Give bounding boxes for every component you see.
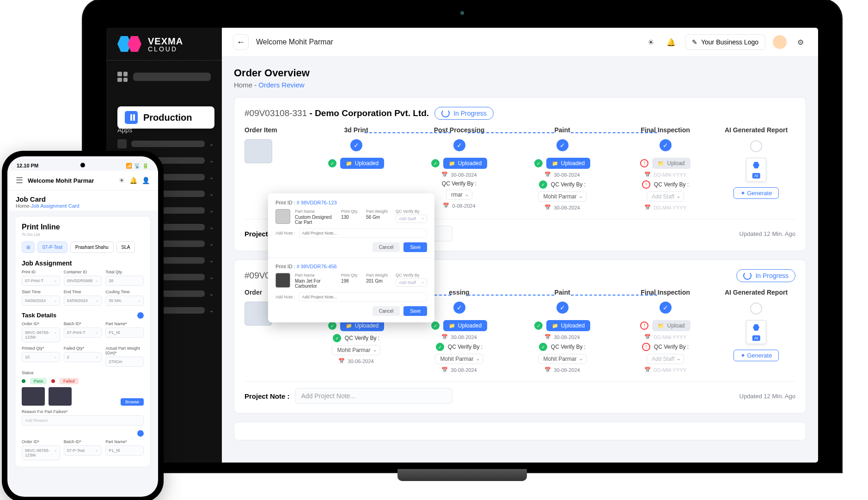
qc-verify-select[interactable]: Add Staff xyxy=(647,191,684,202)
browse-button[interactable]: Browse xyxy=(121,398,144,406)
upload-pill[interactable]: Upload xyxy=(652,158,690,169)
filter-chip[interactable]: 07-P-Test xyxy=(37,241,67,253)
project-note-label: Project Note : xyxy=(245,392,290,400)
printed-qty-input[interactable]: 10 xyxy=(22,352,60,362)
step-done-icon xyxy=(556,302,568,314)
brand-logo: VEXMA CLOUD xyxy=(106,36,222,61)
bell-icon[interactable]: 🔔 xyxy=(665,36,678,49)
batch-id-select[interactable]: 07-Print-T xyxy=(64,327,102,338)
brand-line2: CLOUD xyxy=(148,46,183,52)
print-id-link[interactable]: # 98VDDR76-123 xyxy=(297,200,337,205)
qc-verify-label: QC Verify By : xyxy=(551,181,586,188)
ai-step-circle xyxy=(750,302,762,315)
crumb-link[interactable]: Orders Review xyxy=(258,81,304,89)
batch-id-select[interactable]: 07-P-Test xyxy=(64,445,102,456)
welcome-text: Welcome Mohit Parmar xyxy=(256,38,333,46)
qc-verify-select[interactable]: Add Staff xyxy=(647,354,684,364)
signal-icon: 📶 xyxy=(126,163,132,169)
filter-chip[interactable]: SLA xyxy=(116,241,135,253)
part-name-input[interactable]: P1_Nl xyxy=(105,327,144,338)
step-done-icon xyxy=(660,139,672,151)
filter-chip-icon[interactable]: ⊞ xyxy=(22,241,35,253)
nav-production[interactable]: Production xyxy=(117,106,214,129)
status-badge: In Progress xyxy=(736,269,795,282)
todo-label: To Do List xyxy=(22,232,144,237)
save-button[interactable]: Save xyxy=(403,306,427,316)
failed-qty-input[interactable]: 2 xyxy=(64,352,102,362)
phone-time: 12.10 PM xyxy=(17,163,38,169)
part-thumbnail[interactable] xyxy=(245,139,272,163)
menu-icon[interactable]: ☰ xyxy=(16,175,23,185)
camera-dot xyxy=(460,11,464,15)
battery-icon: 🔋 xyxy=(142,163,149,169)
alert-icon: ! xyxy=(642,180,650,189)
uploaded-pill[interactable]: Uploaded xyxy=(340,158,384,169)
uploaded-image[interactable] xyxy=(22,387,45,406)
check-icon: ✓ xyxy=(436,343,444,351)
part-name-input[interactable]: P1_Nl xyxy=(105,445,144,456)
user-avatar[interactable] xyxy=(773,35,787,49)
date-text: 0-08-2024 xyxy=(443,203,475,209)
print-id-select[interactable]: 07-Print-T xyxy=(22,276,60,286)
back-button[interactable]: ← xyxy=(233,34,249,50)
cancel-button[interactable]: Cancel xyxy=(373,242,400,252)
theme-toggle-icon[interactable]: ☀ xyxy=(644,36,657,49)
note-input[interactable] xyxy=(299,292,427,302)
phone-topbar: ☰ Welcome Mohit Parmar ☀ 🔔 👤 xyxy=(7,171,158,191)
uploaded-pill[interactable]: Uploaded xyxy=(546,320,590,331)
uploaded-pill[interactable]: Uploaded xyxy=(443,320,487,331)
date-placeholder: DD-MM-YYYY xyxy=(644,172,686,178)
part-weight-input[interactable]: 270Gm xyxy=(105,357,144,367)
gear-icon[interactable]: ⚙ xyxy=(794,36,807,49)
qc-staff-select[interactable]: Add Staff xyxy=(396,278,427,287)
pass-pill[interactable]: Pass xyxy=(30,378,47,384)
col-order-item: Order Item xyxy=(245,126,305,134)
col-ai-report: AI Generated Report xyxy=(717,289,795,296)
save-button[interactable]: Save xyxy=(403,242,427,252)
order-id-select[interactable]: 98VC-98765-123W xyxy=(22,445,60,460)
theme-toggle-icon[interactable]: ☀ xyxy=(119,177,125,184)
updated-text: Updated 12 Min. Ago xyxy=(740,230,795,237)
date-text: 30-08-2024 xyxy=(441,172,477,178)
cooling-time-input[interactable]: 35 Min. xyxy=(105,296,144,306)
fail-pill[interactable]: Failed xyxy=(60,378,79,384)
section-job-assignment: Job Assignment xyxy=(22,259,144,267)
upload-pill[interactable]: Upload xyxy=(652,320,690,331)
col-final-inspection: Final Inspection xyxy=(614,289,717,296)
order-id-select[interactable]: 98VC-98765-123W xyxy=(22,327,60,342)
uploaded-image[interactable] xyxy=(49,387,72,406)
qc-verify-select[interactable]: rmar xyxy=(446,190,472,200)
filter-chip[interactable]: Prashant Shahu xyxy=(70,241,114,253)
end-time-input[interactable]: 04/09/2024 xyxy=(64,296,102,306)
note-input[interactable] xyxy=(299,228,427,238)
wifi-icon: 📡 xyxy=(134,163,141,169)
user-icon[interactable]: 👤 xyxy=(142,177,150,184)
ai-doc-icon xyxy=(746,320,766,344)
reason-input[interactable]: Add Reason xyxy=(22,415,144,426)
print-id-link[interactable]: # 98VDDR76-456 xyxy=(297,264,337,269)
nav-dashboard[interactable] xyxy=(106,67,222,86)
uploaded-pill[interactable]: Uploaded xyxy=(546,158,590,169)
check-icon: ✓ xyxy=(539,343,547,351)
qc-verify-select[interactable]: Mohit Parmar xyxy=(538,354,586,364)
project-note-input[interactable]: Add Project Note... xyxy=(295,388,452,404)
start-time-input[interactable]: 04/09/2024 xyxy=(22,296,60,306)
bell-icon[interactable]: 🔔 xyxy=(129,177,137,184)
check-icon: ✓ xyxy=(534,159,543,167)
ai-doc-icon xyxy=(746,158,766,182)
generate-button[interactable]: ✦ Generate xyxy=(734,187,779,199)
fail-dot-icon xyxy=(51,379,55,383)
qc-verify-select[interactable]: Mohit Parmar xyxy=(332,345,380,355)
container-id-select[interactable]: 09VDDR0988 xyxy=(64,276,102,286)
total-qty-input[interactable]: 28 xyxy=(105,276,144,286)
business-logo-button[interactable]: ✎ Your Business Logo xyxy=(685,34,765,50)
uploaded-pill[interactable]: Uploaded xyxy=(443,158,487,169)
qc-verify-select[interactable]: Mohit Parmar xyxy=(435,354,483,364)
generate-button[interactable]: ✦ Generate xyxy=(734,350,779,361)
job-card-title: Job Card xyxy=(16,195,150,203)
app-item[interactable]: ⌄ xyxy=(117,136,214,152)
qc-verify-select[interactable]: Mohit Parmar xyxy=(538,191,586,202)
cancel-button[interactable]: Cancel xyxy=(373,306,400,316)
qc-staff-select[interactable]: Add Staff xyxy=(396,215,427,223)
jac-link[interactable]: Job Assignment Card xyxy=(31,203,79,209)
